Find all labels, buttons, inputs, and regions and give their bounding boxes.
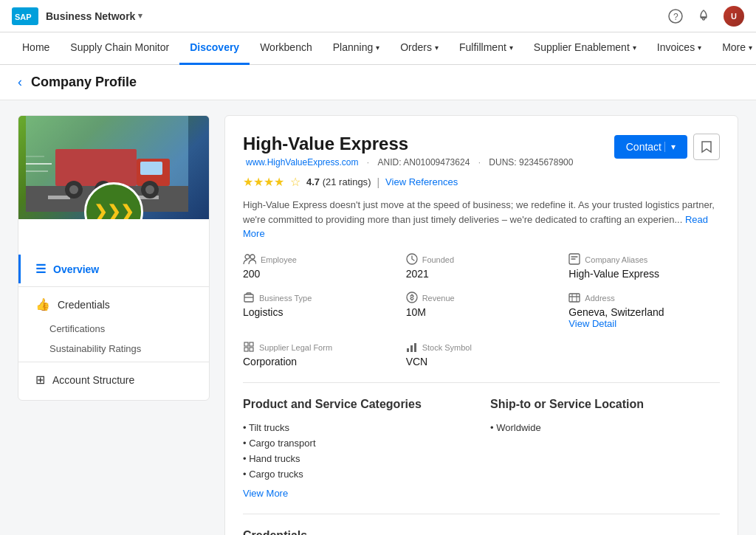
service-location: Ship-to or Service Location Worldwide [490, 398, 720, 499]
business-type-icon [243, 291, 255, 305]
service-location-list: Worldwide [490, 420, 720, 435]
list-item: Cargo transport [243, 435, 472, 451]
nav-home[interactable]: Home [12, 32, 60, 65]
profile-card: High-Value Express www.HighValueExpress.… [224, 115, 738, 535]
founded-value: 2021 [406, 268, 557, 280]
notification-icon[interactable] [695, 8, 712, 24]
bookmark-button[interactable] [693, 134, 720, 160]
svg-point-13 [69, 185, 78, 194]
sidebar-divider-2 [18, 362, 209, 362]
svg-point-22 [250, 255, 255, 259]
info-founded: Founded 2021 [406, 253, 557, 280]
sidebar-item-credentials[interactable]: 👍 Credentials [18, 290, 209, 319]
sidebar-nav: ☰ Overview 👍 Credentials Certifications … [18, 249, 209, 400]
page-title: Company Profile [31, 75, 137, 90]
employee-value: 200 [243, 268, 394, 280]
list-item: Worldwide [490, 420, 720, 435]
svg-rect-30 [244, 348, 248, 351]
address-value: Geneva, Switzerland [568, 306, 720, 318]
nav-more[interactable]: More ▾ [712, 32, 756, 65]
revenue-icon [406, 291, 418, 305]
address-icon [568, 291, 580, 305]
nav-invoices[interactable]: Invoices ▾ [647, 32, 712, 65]
business-type-value: Logistics [243, 306, 394, 318]
svg-rect-31 [250, 348, 253, 351]
view-more-categories[interactable]: View More [243, 488, 472, 499]
svg-rect-25 [244, 294, 253, 302]
header-actions: Contact ▾ [614, 134, 720, 160]
sidebar-item-label: Credentials [58, 299, 110, 311]
info-stock-symbol: Stock Symbol VCN [406, 341, 557, 367]
product-service-section: Product and Service Categories Tilt truc… [243, 398, 720, 499]
info-aliases: Company Aliases High-Value Express [568, 253, 720, 280]
product-categories: Product and Service Categories Tilt truc… [243, 398, 472, 499]
company-anid: ANID: AN01009473624 [378, 157, 470, 168]
nav-workbench[interactable]: Workbench [250, 32, 323, 65]
sidebar-item-label: Account Structure [52, 374, 134, 386]
svg-point-17 [145, 185, 154, 194]
info-legal-form: Supplier Legal Form Corporation [243, 341, 394, 367]
section-divider-1 [243, 382, 720, 383]
rating-value: 4.7 (21 ratings) [306, 176, 371, 187]
company-website[interactable]: www.HighValueExpress.com [246, 157, 359, 168]
aliases-value: High-Value Express [568, 268, 720, 280]
svg-point-21 [245, 255, 250, 259]
employee-icon [243, 253, 256, 266]
sidebar-divider [18, 286, 209, 287]
info-grid: Employee 200 Founded [243, 253, 720, 367]
sidebar-item-overview[interactable]: ☰ Overview [18, 255, 209, 283]
help-icon[interactable]: ? [667, 8, 684, 24]
sidebar: ❯❯❯ ☰ Overview 👍 Credentials Certificati… [18, 115, 210, 401]
user-avatar[interactable]: U [724, 6, 744, 27]
credentials-icon: 👍 [35, 297, 50, 311]
business-network-label[interactable]: Business Network ▾ [46, 10, 142, 22]
main-content: High-Value Express www.HighValueExpress.… [224, 115, 738, 535]
top-bar: SAP Business Network ▾ ? U [0, 0, 756, 32]
credentials-title: Credentials [243, 529, 720, 536]
list-item: Cargo trucks [243, 466, 472, 482]
company-duns: DUNS: 92345678900 [489, 157, 573, 168]
rating-row: ★★★★ ☆ 4.7 (21 ratings) | View Reference… [243, 175, 720, 189]
view-references-link[interactable]: View References [385, 176, 458, 187]
svg-rect-27 [569, 294, 580, 302]
founded-icon [406, 253, 418, 266]
svg-rect-33 [410, 345, 413, 352]
page-body: ❯❯❯ ☰ Overview 👍 Credentials Certificati… [0, 100, 756, 535]
overview-icon: ☰ [35, 262, 46, 276]
svg-rect-5 [48, 196, 70, 199]
main-nav: Home Supply Chain Monitor Discovery Work… [0, 32, 756, 65]
info-address: Address Geneva, Switzerland View Detail [568, 291, 720, 329]
aliases-icon [568, 253, 580, 266]
contact-button[interactable]: Contact ▾ [614, 135, 687, 159]
contact-chevron: ▾ [664, 142, 676, 152]
company-description: High-Value Express doesn't just move at … [243, 198, 720, 241]
stock-symbol-value: VCN [406, 356, 557, 367]
product-categories-title: Product and Service Categories [243, 398, 472, 411]
sidebar-item-account-structure[interactable]: ⊞ Account Structure [18, 365, 209, 394]
nav-supply-chain[interactable]: Supply Chain Monitor [60, 32, 179, 65]
view-detail-link[interactable]: View Detail [568, 318, 720, 329]
info-employee: Employee 200 [243, 253, 394, 280]
nav-discovery[interactable]: Discovery [179, 32, 250, 65]
back-button[interactable]: ‹ [18, 75, 22, 90]
product-list: Tilt trucks Cargo transport Hand trucks … [243, 420, 472, 482]
stock-icon [406, 341, 418, 354]
nav-planning[interactable]: Planning ▾ [323, 32, 391, 65]
nav-orders[interactable]: Orders ▾ [390, 32, 449, 65]
breadcrumb-bar: ‹ Company Profile [0, 65, 756, 100]
sidebar-sub-certifications[interactable]: Certifications [18, 319, 209, 339]
svg-text:?: ? [673, 12, 678, 22]
nav-supplier-enablement[interactable]: Supplier Enablement ▾ [523, 32, 647, 65]
svg-text:SAP: SAP [15, 13, 32, 21]
svg-rect-29 [250, 342, 253, 346]
svg-rect-9 [55, 149, 137, 186]
service-location-title: Ship-to or Service Location [490, 398, 720, 411]
nav-fulfillment[interactable]: Fulfillment ▾ [449, 32, 523, 65]
sidebar-sub-sustainability[interactable]: Sustainability Ratings [18, 339, 209, 359]
svg-rect-32 [407, 348, 409, 352]
legal-form-icon [243, 341, 255, 354]
company-meta: www.HighValueExpress.com · ANID: AN01009… [243, 157, 576, 168]
sap-logo[interactable]: SAP [12, 7, 38, 25]
company-name: High-Value Express [243, 134, 576, 154]
list-item: Hand trucks [243, 451, 472, 466]
